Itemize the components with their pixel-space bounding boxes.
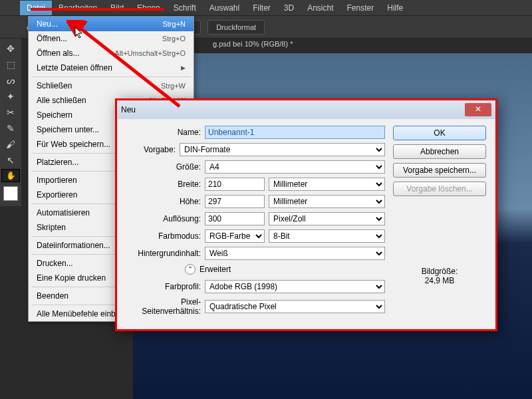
close-icon[interactable]: ✕ bbox=[465, 103, 491, 116]
foreground-swatch[interactable] bbox=[3, 186, 18, 201]
size-label: Größe: bbox=[126, 162, 201, 172]
height-label: Höhe: bbox=[126, 197, 201, 206]
menubar-item-hilfe[interactable]: Hilfe bbox=[380, 1, 410, 15]
background-select[interactable]: Weiß bbox=[205, 247, 385, 260]
preset-select[interactable]: DIN-Formate bbox=[180, 143, 385, 156]
width-unit-select[interactable]: Millimeter bbox=[269, 178, 385, 191]
menu-item-label: Importieren bbox=[37, 176, 77, 185]
colormode-label: Farbmodus: bbox=[126, 231, 201, 241]
menu-item[interactable]: Öffnen...Strg+O bbox=[29, 31, 194, 46]
width-input[interactable] bbox=[205, 178, 265, 191]
menu-item-label: Skripten bbox=[37, 223, 66, 232]
menu-item-label: Schließen bbox=[37, 81, 72, 90]
print-size-button[interactable]: Druckformat bbox=[207, 20, 265, 35]
bitdepth-select[interactable]: 8-Bit bbox=[269, 229, 385, 243]
menubar-item-bild[interactable]: Bild bbox=[104, 1, 130, 15]
wand-tool-icon[interactable]: ✦ bbox=[1, 89, 20, 104]
menubar-item-ansicht[interactable]: Ansicht bbox=[301, 1, 340, 15]
lasso-tool-icon[interactable]: ᔕ bbox=[1, 73, 20, 88]
menubar: DateiBearbeitenBildEbeneSchriftAuswahlFi… bbox=[0, 0, 532, 16]
menu-item-label: Beenden bbox=[37, 291, 68, 301]
width-label: Breite: bbox=[126, 180, 201, 189]
marquee-tool-icon[interactable]: ⬚ bbox=[1, 57, 20, 72]
aspect-select[interactable]: Quadratische Pixel bbox=[205, 300, 385, 313]
save-preset-button[interactable]: Vorgabe speichern... bbox=[393, 163, 486, 178]
background-label: Hintergrundinhalt: bbox=[126, 249, 201, 258]
menubar-item-auswahl[interactable]: Auswahl bbox=[203, 1, 246, 15]
menu-item-label: Eine Kopie drucken bbox=[37, 273, 106, 283]
menubar-item-fenster[interactable]: Fenster bbox=[340, 1, 381, 15]
menu-item-label: Speichern unter... bbox=[37, 125, 99, 134]
menu-item-label: Öffnen... bbox=[37, 34, 67, 43]
menu-item[interactable]: Öffnen als...Alt+Umschalt+Strg+O bbox=[29, 46, 194, 61]
menu-item-label: Letzte Dateien öffnen bbox=[37, 63, 112, 72]
path-tool-icon[interactable]: ↖ bbox=[1, 153, 20, 168]
expand-toggle[interactable]: ⌃ bbox=[185, 264, 196, 275]
menu-item[interactable]: Neu...Strg+N bbox=[29, 17, 194, 31]
hand-tool-icon[interactable]: ✋ bbox=[1, 169, 20, 182]
menu-item-label: Für Web speichern... bbox=[37, 140, 110, 149]
menu-shortcut: Strg+O bbox=[162, 35, 186, 43]
menu-item-label: Exportieren bbox=[37, 190, 77, 200]
menu-item-label: Speichern bbox=[37, 110, 72, 120]
menu-item-label: Neu... bbox=[37, 19, 58, 29]
aspect-label: Pixel-Seitenverhältnis: bbox=[126, 297, 201, 316]
menubar-item-3d[interactable]: 3D bbox=[277, 1, 301, 15]
name-input[interactable] bbox=[205, 126, 385, 139]
move-tool-icon[interactable]: ✥ bbox=[1, 41, 20, 56]
menubar-item-ebene[interactable]: Ebene bbox=[130, 1, 167, 15]
resolution-unit-select[interactable]: Pixel/Zoll bbox=[269, 212, 385, 225]
height-input[interactable] bbox=[205, 195, 265, 208]
colormode-select[interactable]: RGB-Farbe bbox=[205, 229, 265, 243]
menu-item[interactable]: SchließenStrg+W bbox=[29, 78, 194, 93]
size-select[interactable]: A4 bbox=[205, 160, 385, 174]
menu-item-label: Öffnen als... bbox=[37, 49, 79, 58]
preset-label: Vorgabe: bbox=[126, 145, 176, 154]
menu-shortcut: Strg+N bbox=[162, 20, 186, 28]
menubar-item-schrift[interactable]: Schrift bbox=[167, 1, 203, 15]
height-unit-select[interactable]: Millimeter bbox=[269, 195, 385, 208]
cancel-button[interactable]: Abbrechen bbox=[393, 144, 486, 159]
advanced-label: Erweitert bbox=[200, 265, 231, 274]
menu-separator bbox=[31, 76, 191, 77]
menu-item[interactable]: Letzte Dateien öffnen▶ bbox=[29, 61, 194, 75]
document-tab[interactable]: g.psd bei 10% (RGB/8) * bbox=[213, 40, 293, 48]
menu-shortcut: Strg+W bbox=[161, 82, 186, 90]
crop-tool-icon[interactable]: ✂ bbox=[1, 105, 20, 120]
submenu-arrow-icon: ▶ bbox=[181, 65, 186, 71]
menubar-item-bearbeiten[interactable]: Bearbeiten bbox=[52, 1, 104, 15]
new-document-dialog: Neu ✕ Name: Vorgabe: DIN-Formate Größe: … bbox=[115, 98, 497, 331]
dialog-title: Neu bbox=[121, 105, 136, 114]
eyedropper-tool-icon[interactable]: ✎ bbox=[1, 121, 20, 136]
dialog-titlebar: Neu ✕ bbox=[117, 100, 495, 119]
tool-strip: ✥ ⬚ ᔕ ✦ ✂ ✎ 🖌 ↖ ✋ bbox=[0, 39, 21, 206]
filesize-info: Bildgröße: 24,9 MB bbox=[393, 267, 486, 285]
resolution-label: Auflösung: bbox=[126, 214, 201, 223]
profile-select[interactable]: Adobe RGB (1998) bbox=[205, 280, 385, 293]
profile-label: Farbprofil: bbox=[126, 282, 201, 291]
menu-item-label: Alle Menübefehle einb bbox=[37, 309, 116, 319]
resolution-input[interactable] bbox=[205, 212, 265, 225]
brush-tool-icon[interactable]: 🖌 bbox=[1, 137, 20, 152]
menu-item-label: Dateiinformationen... bbox=[37, 241, 110, 250]
delete-preset-button: Vorgabe löschen... bbox=[393, 182, 486, 196]
ok-button[interactable]: OK bbox=[393, 126, 486, 140]
menu-item-label: Automatisieren bbox=[37, 208, 90, 217]
menu-shortcut: Alt+Umschalt+Strg+O bbox=[114, 49, 186, 57]
name-label: Name: bbox=[126, 128, 201, 137]
menu-item-label: Drucken... bbox=[37, 259, 73, 268]
menu-item-label: Alle schließen bbox=[37, 96, 86, 105]
menu-item-label: Platzieren... bbox=[37, 158, 78, 167]
menubar-item-filter[interactable]: Filter bbox=[246, 1, 277, 15]
menubar-item-datei[interactable]: Datei bbox=[20, 1, 52, 15]
